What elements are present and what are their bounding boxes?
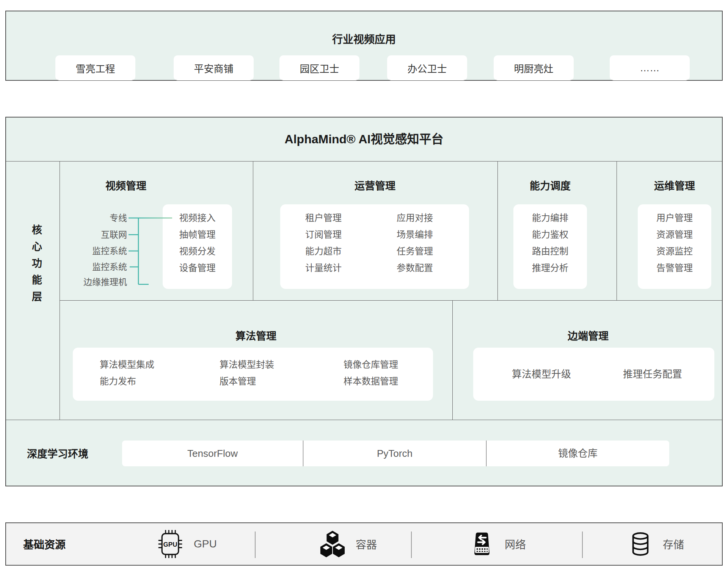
- divider: [582, 532, 583, 558]
- resource-network: 网络: [469, 523, 526, 565]
- edge-functions-box: 算法模型升级 推理任务配置: [473, 348, 714, 401]
- list-item: 算法模型集成: [100, 356, 154, 373]
- app-button-mingchu[interactable]: 明厨亮灶: [494, 55, 574, 80]
- dl-env-label: 深度学习环境: [12, 446, 103, 461]
- resource-label: GPU: [194, 538, 217, 550]
- app-button-xueliang[interactable]: 雪亮工程: [55, 55, 135, 80]
- divider: [255, 532, 256, 558]
- platform-title: AlphaMind® AI视觉感知平台: [6, 118, 722, 161]
- operation-mgmt-title: 运营管理: [329, 178, 420, 193]
- list-item: 租户管理: [295, 210, 352, 226]
- infrastructure-label: 基础资源: [23, 523, 66, 565]
- list-item: 应用对接: [386, 210, 443, 226]
- video-source-label: 专线: [28, 212, 127, 224]
- video-source-label: 边缘推理机: [28, 276, 127, 288]
- dl-env-frameworks: TensorFlow PyTorch 镜像仓库: [122, 441, 669, 466]
- list-item: 订阅管理: [295, 226, 352, 243]
- video-source-label: 互联网: [28, 229, 127, 240]
- app-button-pingan[interactable]: 平安商铺: [174, 55, 254, 80]
- dl-framework-registry: 镜像仓库: [486, 441, 669, 466]
- infrastructure-panel: 基础资源 GPU GPU: [5, 522, 723, 566]
- divider: [497, 161, 498, 300]
- app-button-more[interactable]: ……: [610, 55, 690, 80]
- divider: [6, 161, 722, 161]
- list-item: 任务管理: [386, 243, 443, 260]
- list-item: 推理分析: [513, 260, 587, 276]
- list-item: 告警管理: [638, 260, 711, 276]
- capability-scheduling-title: 能力调度: [505, 178, 596, 193]
- divider: [60, 161, 60, 420]
- list-item: 场景编排: [386, 226, 443, 243]
- algorithm-mgmt-title: 算法管理: [210, 328, 301, 343]
- app-button-bangong[interactable]: 办公卫士: [387, 55, 467, 80]
- list-item: 能力鉴权: [513, 226, 587, 243]
- list-item: 算法模型封装: [220, 356, 274, 373]
- algorithm-functions-box: 算法模型集成 能力发布 算法模型封装 版本管理 镜像仓库管理 样本数据管理: [73, 348, 433, 401]
- list-item: 样本数据管理: [344, 373, 398, 390]
- resource-label: 容器: [356, 536, 377, 552]
- divider: [6, 420, 722, 420]
- capability-functions-box: 能力编排 能力鉴权 路由控制 推理分析: [513, 204, 587, 289]
- resource-gpu: GPU GPU: [157, 523, 217, 565]
- svg-text:GPU: GPU: [163, 541, 177, 548]
- list-item: 能力编排: [513, 210, 587, 226]
- resource-storage: 存储: [628, 523, 684, 565]
- edge-mgmt-title: 边端管理: [543, 328, 634, 343]
- dl-framework-tensorflow: TensorFlow: [122, 441, 303, 466]
- list-item: 能力发布: [100, 373, 154, 390]
- storage-icon: [628, 530, 653, 558]
- list-item: 算法模型升级: [485, 366, 598, 383]
- list-item: 能力超市: [295, 243, 352, 260]
- container-icon: [319, 530, 346, 558]
- divider: [452, 300, 453, 420]
- operation-functions-box: 租户管理 订阅管理 能力超市 计量统计 应用对接 场景编排 任务管理 参数配置: [280, 204, 469, 289]
- dl-framework-pytorch: PyTorch: [303, 441, 486, 466]
- list-item: 版本管理: [220, 373, 274, 390]
- resource-label: 网络: [505, 536, 526, 552]
- divider: [411, 532, 412, 558]
- divider: [617, 161, 617, 300]
- industry-apps-title: 行业视频应用: [6, 31, 722, 46]
- app-button-yuanqu[interactable]: 园区卫士: [279, 55, 359, 80]
- platform-panel: AlphaMind® AI视觉感知平台 核心功能层 视频管理 运营管理 能力调度…: [5, 117, 723, 486]
- video-source-connector-lines: [129, 214, 176, 290]
- list-item: 计量统计: [295, 260, 352, 276]
- network-icon: [469, 530, 495, 558]
- list-item: 资源管理: [638, 226, 711, 243]
- list-item: 路由控制: [513, 243, 587, 260]
- ops-functions-box: 用户管理 资源管理 资源监控 告警管理: [638, 204, 711, 289]
- list-item: 用户管理: [638, 210, 711, 226]
- ops-maintenance-title: 运维管理: [629, 178, 720, 193]
- resource-container: 容器: [319, 523, 377, 565]
- list-item: 镜像仓库管理: [344, 356, 398, 373]
- list-item: 资源监控: [638, 243, 711, 260]
- video-source-label: 监控系统: [28, 245, 127, 257]
- divider: [253, 161, 253, 300]
- resource-label: 存储: [663, 536, 684, 552]
- list-item: 推理任务配置: [596, 366, 709, 383]
- industry-apps-panel: 行业视频应用 雪亮工程 平安商铺 园区卫士 办公卫士 明厨亮灶 ……: [5, 11, 723, 81]
- video-mgmt-title: 视频管理: [80, 178, 171, 193]
- gpu-icon: GPU: [157, 529, 184, 559]
- divider: [60, 300, 722, 301]
- video-source-label: 监控系统: [28, 261, 127, 273]
- architecture-diagram: 行业视频应用 雪亮工程 平安商铺 园区卫士 办公卫士 明厨亮灶 …… Alpha…: [0, 0, 728, 577]
- list-item: 参数配置: [386, 260, 443, 276]
